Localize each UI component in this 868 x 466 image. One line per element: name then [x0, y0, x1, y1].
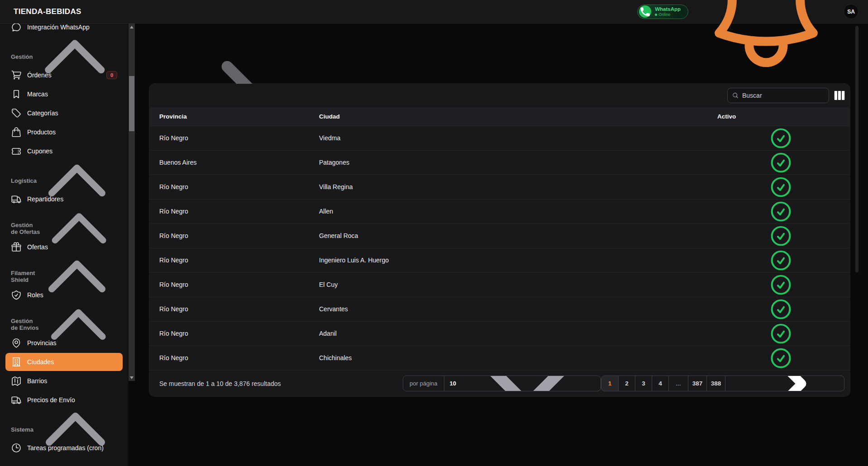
per-page-select[interactable]: 10	[444, 376, 601, 391]
table-row[interactable]: Buenos Aires Patagones	[149, 150, 850, 175]
sidebar-nav: Integración WhatsApp Gestión Órdenes 0 M…	[0, 24, 128, 457]
search-input[interactable]	[742, 92, 824, 99]
pagination-page-1[interactable]: 1	[601, 376, 618, 391]
chevron-up-icon	[40, 286, 117, 363]
table-row[interactable]: Río Negro Ingeniero Luis A. Huergo	[149, 248, 850, 272]
results-summary: Se muestran de 1 a 10 de 3,876 resultado…	[159, 380, 403, 387]
chevron-up-icon	[33, 387, 117, 466]
pagination-page-4[interactable]: 4	[652, 376, 668, 391]
shield-check-icon	[11, 290, 22, 300]
table-footer: Se muestran de 1 a 10 de 3,876 resultado…	[149, 370, 850, 396]
chevron-up-icon	[33, 24, 117, 99]
pagination-ellipsis: ...	[668, 376, 688, 391]
pagination-wrapper: 1234...387388	[601, 376, 844, 391]
table-body: Río Negro Viedma Buenos Aires Patagones …	[149, 126, 850, 370]
column-header-ciudad: Ciudad	[309, 107, 707, 126]
table-card: ProvinciaCiudadActivo Río Negro Viedma B…	[149, 84, 850, 396]
building-icon	[11, 357, 22, 367]
table-row[interactable]: Río Negro El Cuy	[149, 272, 850, 297]
toggle-columns-button[interactable]	[833, 89, 846, 102]
per-page-label: por página	[403, 376, 444, 391]
notifications-button[interactable]: 9+	[697, 0, 835, 81]
clock-icon	[11, 442, 22, 453]
table-toolbar	[149, 84, 850, 107]
table-row[interactable]: Río Negro General Roca	[149, 223, 850, 248]
sidebar-group-filament-shield[interactable]: Filament Shield	[11, 272, 117, 281]
active-check-circle-icon	[717, 297, 844, 321]
sidebar-group-gestion[interactable]: Gestión	[11, 52, 117, 61]
map-icon	[11, 376, 22, 386]
whatsapp-icon	[639, 5, 651, 18]
pagination-page-387[interactable]: 387	[688, 376, 706, 391]
active-check-circle-icon	[717, 346, 844, 371]
columns-icon	[833, 89, 846, 102]
bookmark-icon	[11, 89, 22, 100]
online-dot-icon	[655, 14, 657, 16]
sidebar-group-logistica[interactable]: Logística	[11, 176, 117, 185]
topbar: TIENDA-BEBIDAS WhatsApp Online 9+ SA	[0, 0, 868, 24]
bell-icon	[698, 0, 834, 80]
active-check-circle-icon	[717, 126, 844, 150]
cities-table: ProvinciaCiudadActivo Río Negro Viedma B…	[149, 107, 850, 370]
active-check-circle-icon	[717, 151, 844, 175]
sidebar-item-productos[interactable]: Productos	[5, 123, 123, 141]
ticket-icon	[11, 146, 22, 157]
brand-title[interactable]: TIENDA-BEBIDAS	[14, 7, 81, 16]
shopping-bag-icon	[11, 127, 22, 138]
chevron-right-icon	[730, 376, 839, 391]
sidebar: Integración WhatsApp Gestión Órdenes 0 M…	[0, 24, 128, 466]
sidebar-group-gestion-de-envios[interactable]: Gestión de Envíos	[11, 320, 117, 328]
column-header-provincia: Provincia	[149, 107, 309, 126]
search-box	[727, 88, 829, 103]
pagination-page-2[interactable]: 2	[618, 376, 635, 391]
chevron-down-icon	[459, 376, 595, 391]
active-check-circle-icon	[717, 248, 844, 272]
chat-bubble-icon	[11, 24, 22, 33]
sidebar-scrollbar[interactable]	[129, 24, 135, 381]
table-row[interactable]: Río Negro Adanil	[149, 321, 850, 346]
active-check-circle-icon	[717, 224, 844, 248]
main-content: Ciudades Listado Ciudades ProvinciaCiuda…	[135, 24, 868, 466]
gift-icon	[11, 242, 22, 252]
map-pin-icon	[11, 338, 22, 348]
pagination-page-388[interactable]: 388	[706, 376, 725, 391]
user-avatar[interactable]: SA	[844, 5, 858, 19]
shopping-cart-icon	[11, 70, 22, 81]
truck-icon	[11, 194, 22, 204]
sidebar-group-sistema[interactable]: Sistema	[11, 425, 117, 433]
sidebar-scrollbar-thumb[interactable]	[129, 76, 134, 131]
pagination-page-3[interactable]: 3	[635, 376, 652, 391]
table-row[interactable]: Río Negro Chichinales	[149, 346, 850, 370]
scroll-up-arrow[interactable]	[129, 24, 135, 30]
triangle-down-icon	[130, 376, 134, 379]
scroll-down-arrow[interactable]	[129, 374, 135, 381]
table-row[interactable]: Río Negro Allen	[149, 199, 850, 223]
sidebar-item-categorias[interactable]: Categorías	[5, 104, 123, 122]
column-header-activo: Activo	[707, 107, 850, 126]
item-count-badge: 0	[106, 71, 117, 79]
topbar-actions: WhatsApp Online 9+ SA	[637, 0, 858, 81]
active-check-circle-icon	[717, 322, 844, 346]
whatsapp-label: WhatsApp	[655, 6, 681, 12]
whatsapp-status-widget[interactable]: WhatsApp Online	[637, 5, 688, 19]
table-row[interactable]: Río Negro Viedma	[149, 126, 850, 150]
active-check-circle-icon	[717, 200, 844, 223]
triangle-up-icon	[130, 26, 134, 29]
per-page-control: por página 10	[403, 376, 601, 391]
sidebar-group-gestion-de-ofertas[interactable]: Gestión de Ofertas	[11, 224, 117, 233]
pagination-next-button[interactable]	[725, 376, 844, 391]
whatsapp-online-status: Online	[655, 12, 681, 17]
table-row[interactable]: Río Negro Villa Regina	[149, 175, 850, 199]
table-header-row: ProvinciaCiudadActivo	[149, 107, 850, 126]
truck-icon	[11, 395, 22, 405]
pagination: 1234...387388	[601, 376, 844, 391]
search-icon	[732, 92, 739, 99]
active-check-circle-icon	[717, 273, 844, 297]
active-check-circle-icon	[717, 175, 844, 199]
table-row[interactable]: Río Negro Cervantes	[149, 297, 850, 321]
tag-icon	[11, 108, 22, 119]
